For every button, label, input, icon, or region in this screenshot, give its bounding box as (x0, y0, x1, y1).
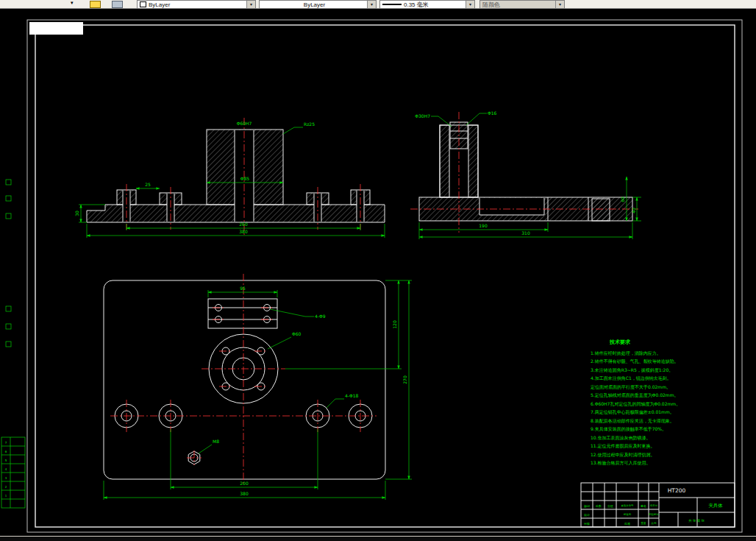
color-combo[interactable]: ByLayer ▾ (137, 0, 256, 9)
note-line: 3.未注铸造圆角R3~R5，拔模斜度1:20。 (591, 366, 699, 375)
note-line: 9.夹具体安装面的接触率不低于70%。 (591, 425, 699, 434)
note-line: 12.使用过程中应及时清理切屑。 (591, 450, 699, 459)
note-line: 定位面对底面的平行度不大于0.02mm。 (591, 383, 699, 392)
note-line: 7.两定位销孔中心距极限偏差±0.01mm。 (591, 408, 699, 417)
technical-notes: 技术要求 1.铸件应经时效处理，消除内应力。 2.铸件不得有砂眼、气孔、裂纹等铸… (591, 339, 699, 467)
note-line: 13.检验合格后方可入库使用。 (591, 459, 699, 467)
note-line: 6.Φ60H7孔对定位孔的同轴度为Φ0.02mm。 (591, 400, 699, 409)
chevron-down-icon[interactable]: ▾ (466, 1, 474, 8)
plotstyle-combo: 随颜色 ▾ (479, 0, 565, 9)
linetype-combo-value: ByLayer (260, 1, 367, 8)
status-bar-edge (0, 536, 756, 541)
note-line: 11.定位元件磨损后应及时更换。 (591, 442, 699, 450)
lineweight-sample (382, 4, 402, 5)
note-line: 8.装配后各活动部件应灵活，无卡滞现象。 (591, 417, 699, 425)
note-line: 10.非加工表面涂灰色防锈漆。 (591, 434, 699, 442)
properties-toolbar: ▾ ByLayer ▾ ByLayer ▾ 0.35 毫米 ▾ 随颜色 ▾ (0, 0, 756, 9)
chevron-down-icon[interactable]: ▾ (246, 1, 255, 8)
layer-tools-icon[interactable] (90, 1, 101, 8)
chevron-down-icon: ▾ (555, 1, 564, 8)
color-combo-value: ByLayer (146, 1, 246, 8)
note-line: 2.铸件不得有砂眼、气孔、裂纹等铸造缺陷。 (591, 357, 699, 366)
layer-previous-icon[interactable] (112, 1, 123, 8)
note-line: 1.铸件应经时效处理，消除内应力。 (591, 349, 699, 358)
note-line: 4.加工面未注倒角C1，锐边倒钝去毛刺。 (591, 374, 699, 383)
color-swatch (140, 1, 146, 7)
plotstyle-combo-value: 随颜色 (480, 1, 555, 9)
chevron-down-icon[interactable]: ▾ (71, 0, 74, 6)
lineweight-combo-value: 0.35 毫米 (402, 1, 466, 9)
notes-title: 技术要求 (591, 339, 699, 347)
lineweight-combo[interactable]: 0.35 毫米 ▾ (379, 0, 475, 9)
chevron-down-icon[interactable]: ▾ (367, 1, 376, 8)
cad-application-window: ▾ ByLayer ▾ ByLayer ▾ 0.35 毫米 ▾ 随颜色 ▾ (0, 0, 756, 541)
note-line: 5.定位孔轴线对底面的垂直度为Φ0.02mm。 (591, 391, 699, 400)
linetype-combo[interactable]: ByLayer ▾ (259, 0, 377, 9)
